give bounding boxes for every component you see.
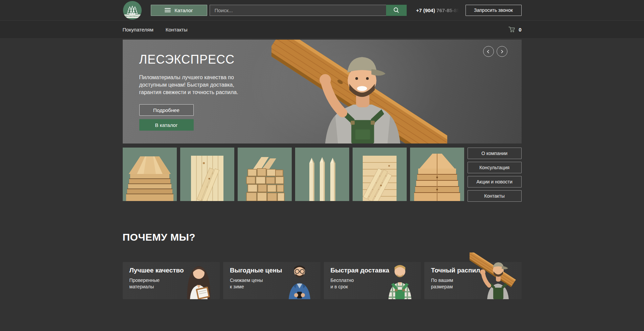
chevron-right-icon — [500, 50, 504, 53]
card-photo-man-with-plank — [470, 252, 520, 299]
chevron-left-icon — [486, 50, 490, 53]
carousel-prev-button[interactable] — [483, 46, 494, 57]
phone-number[interactable]: +7 (904) 767-85-85 — [416, 7, 460, 13]
why-us-section: ПОЧЕМУ МЫ? Лучшее качество Проверенные м… — [123, 231, 522, 299]
catalog-button-label: Каталог — [174, 7, 193, 13]
search-bar — [210, 5, 407, 16]
carousel-next-button[interactable] — [497, 46, 507, 57]
hero-more-button[interactable]: Подробнее — [139, 104, 194, 116]
card-photo-man-with-phone — [279, 262, 319, 299]
phone-rest: 767-85-85 — [435, 7, 460, 13]
hero-banner: ЛЕСЭКСПРЕСС Пиломатериалы лучшего качест… — [123, 40, 522, 144]
benefit-card-quality[interactable]: Лучшее качество Проверенные материалы — [123, 262, 220, 299]
sidebar-contacts-button[interactable]: Контакты — [468, 190, 522, 202]
search-icon — [392, 6, 400, 14]
hero-description: Пиломатериалы лучшего качества по доступ… — [139, 74, 238, 96]
card-photo-man-plaid-shirt — [379, 262, 420, 299]
search-button[interactable] — [386, 5, 407, 16]
catalog-button[interactable]: Каталог — [151, 5, 207, 16]
phone-prefix: +7 (904) — [416, 7, 435, 13]
main-nav: Покупателям Контакты 0 — [0, 20, 644, 38]
why-us-title: ПОЧЕМУ МЫ? — [123, 231, 522, 243]
hero-catalog-button[interactable]: В каталог — [139, 119, 194, 131]
gallery-thumb-beam-bundle[interactable] — [238, 148, 292, 201]
gallery-thumb-board-stack[interactable] — [410, 148, 464, 201]
cart-button[interactable]: 0 — [508, 26, 521, 33]
quick-links-sidebar: О компании Консультация Акции и новости … — [468, 148, 522, 202]
gallery-thumb-plank-wall[interactable] — [353, 148, 407, 201]
gallery-thumb-pointed-posts[interactable] — [295, 148, 349, 201]
gallery-thumb-board-panel[interactable] — [180, 148, 234, 201]
benefit-card-delivery[interactable]: Быстрая доставка Бесплатно и в срок — [324, 262, 421, 299]
benefit-card-cutting[interactable]: Точный распил По вашим размерам — [424, 262, 522, 299]
request-call-button[interactable]: Запросить звонок — [466, 5, 522, 16]
brand-logo[interactable]: ЛЕСЭКСПРЕСС — [123, 1, 142, 20]
sidebar-consultation-button[interactable]: Консультация — [468, 162, 522, 173]
header: ЛЕСЭКСПРЕСС Каталог +7 (904) 767-85-85 З… — [0, 0, 644, 20]
logo-wordmark: ЛЕСЭКСПРЕСС — [125, 15, 140, 17]
search-input[interactable] — [210, 5, 386, 16]
hamburger-icon — [165, 8, 171, 12]
cart-icon — [508, 26, 516, 33]
gallery-thumb-stacked-planks[interactable] — [123, 148, 177, 201]
card-photo-woman-with-folder — [178, 262, 218, 299]
cart-count: 0 — [519, 27, 521, 32]
sidebar-about-button[interactable]: О компании — [468, 148, 522, 159]
product-gallery — [123, 148, 464, 202]
benefit-card-prices[interactable]: Выгодные цены Снижаем цены к зиме — [223, 262, 320, 299]
sidebar-news-button[interactable]: Акции и новости — [468, 176, 522, 187]
nav-item-buyers[interactable]: Покупателям — [123, 27, 153, 32]
hero-title: ЛЕСЭКСПРЕСС — [139, 52, 238, 67]
nav-item-contacts[interactable]: Контакты — [166, 27, 188, 32]
hero-worker-photo — [271, 40, 447, 144]
